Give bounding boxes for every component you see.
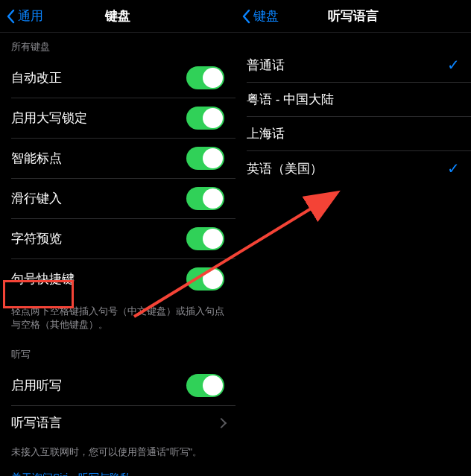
row-label: 字符预览 — [11, 230, 62, 247]
section-footer: 未接入互联网时，您可以使用普通话"听写"。 — [0, 439, 236, 468]
settings-row[interactable]: 启用听写 — [0, 366, 236, 405]
toggle-switch[interactable] — [186, 267, 224, 291]
language-row[interactable]: 上海话 — [236, 117, 471, 150]
section-footer: 轻点两下空格键插入句号（中文键盘）或插入句点与空格（其他键盘）。 — [0, 299, 236, 340]
row-label: 听写语言 — [11, 414, 62, 431]
toggle-switch[interactable] — [186, 107, 224, 130]
back-button[interactable]: 通用 — [0, 7, 43, 25]
nav-bar: 通用 键盘 — [0, 0, 236, 33]
keyboard-settings-pane: 通用 键盘 所有键盘自动改正启用大写锁定智能标点滑行键入字符预览句号快捷键轻点两… — [0, 0, 236, 476]
row-label: 滑行键入 — [11, 190, 62, 207]
checkmark-icon: ✓ — [447, 159, 460, 177]
row-label: 启用大写锁定 — [11, 110, 87, 127]
chevron-left-icon — [6, 9, 15, 24]
settings-row[interactable]: 听写语言 — [0, 406, 236, 439]
row-label: 启用听写 — [11, 377, 62, 394]
toggle-switch[interactable] — [186, 66, 224, 89]
row-label: 自动改正 — [11, 69, 62, 86]
language-row[interactable]: 普通话✓ — [236, 48, 471, 82]
settings-row[interactable]: 句号快捷键 — [0, 259, 236, 299]
back-button[interactable]: 键盘 — [236, 7, 279, 25]
chevron-left-icon — [241, 9, 250, 24]
checkmark-icon: ✓ — [447, 56, 460, 74]
row-label: 句号快捷键 — [11, 270, 75, 288]
row-label: 英语（美国） — [247, 160, 323, 177]
settings-row[interactable]: 字符预览 — [0, 219, 236, 258]
toggle-switch[interactable] — [186, 227, 224, 250]
language-row[interactable]: 粤语 - 中国大陆 — [236, 83, 471, 116]
dictation-language-pane: 键盘 听写语言 普通话✓粤语 - 中国大陆上海话英语（美国）✓ — [236, 0, 471, 476]
settings-row[interactable]: 滑行键入 — [0, 179, 236, 218]
row-label: 粤语 - 中国大陆 — [247, 91, 334, 108]
nav-title: 键盘 — [105, 7, 130, 25]
section-header: 听写 — [0, 340, 236, 366]
back-label: 通用 — [18, 7, 43, 25]
row-label: 普通话 — [247, 57, 285, 74]
row-label: 上海话 — [247, 125, 285, 142]
nav-title: 听写语言 — [328, 7, 379, 25]
row-label: 智能标点 — [11, 150, 62, 167]
section-header: 所有键盘 — [0, 33, 236, 58]
settings-row[interactable]: 自动改正 — [0, 58, 236, 98]
toggle-switch[interactable] — [186, 147, 224, 170]
toggle-switch[interactable] — [186, 187, 224, 210]
settings-row[interactable]: 启用大写锁定 — [0, 98, 236, 138]
nav-bar: 键盘 听写语言 — [236, 0, 471, 33]
toggle-switch[interactable] — [186, 374, 224, 397]
back-label: 键盘 — [253, 7, 279, 25]
language-row[interactable]: 英语（美国）✓ — [236, 151, 471, 185]
privacy-link[interactable]: 关于询问Siri、听写与隐私... — [0, 469, 236, 476]
settings-row[interactable]: 智能标点 — [0, 139, 236, 178]
